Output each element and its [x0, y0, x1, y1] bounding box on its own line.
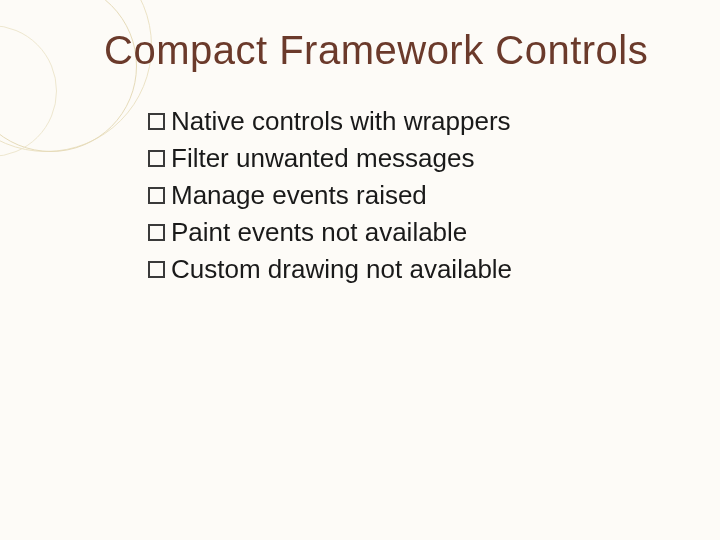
ring-icon	[0, 0, 152, 152]
bullet-text: Native controls with wrappers	[171, 104, 680, 139]
square-bullet-icon	[148, 261, 165, 278]
list-item: Native controls with wrappers	[148, 104, 680, 139]
bullet-text: Custom drawing not available	[171, 252, 680, 287]
list-item: Filter unwanted messages	[148, 141, 680, 176]
ring-icon	[0, 25, 57, 157]
square-bullet-icon	[148, 113, 165, 130]
ring-icon	[0, 0, 137, 152]
bullet-text: Filter unwanted messages	[171, 141, 680, 176]
slide: Compact Framework Controls Native contro…	[0, 0, 720, 540]
list-item: Paint events not available	[148, 215, 680, 250]
list-item: Custom drawing not available	[148, 252, 680, 287]
bullet-text: Manage events raised	[171, 178, 680, 213]
slide-title: Compact Framework Controls	[104, 28, 700, 72]
square-bullet-icon	[148, 187, 165, 204]
bullet-list: Native controls with wrappers Filter unw…	[148, 104, 680, 289]
square-bullet-icon	[148, 224, 165, 241]
list-item: Manage events raised	[148, 178, 680, 213]
bullet-text: Paint events not available	[171, 215, 680, 250]
square-bullet-icon	[148, 150, 165, 167]
